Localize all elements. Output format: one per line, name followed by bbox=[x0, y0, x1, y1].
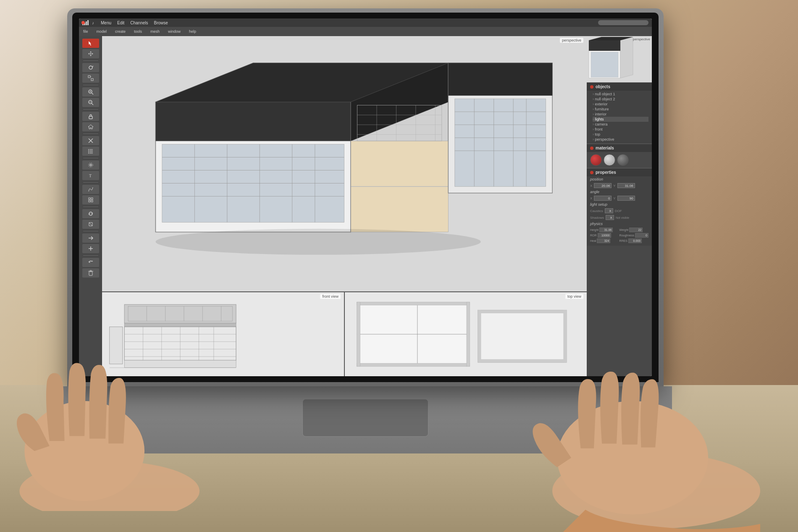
properties-section-header[interactable]: properties bbox=[587, 168, 652, 176]
ror-input[interactable] bbox=[598, 233, 611, 238]
shadows-input[interactable] bbox=[606, 215, 614, 220]
roughness-input[interactable] bbox=[635, 233, 648, 238]
tree-top[interactable]: top bbox=[593, 132, 648, 137]
tool-rotate2[interactable] bbox=[82, 220, 99, 229]
tool-divider-4 bbox=[83, 134, 98, 134]
tool-list[interactable] bbox=[82, 147, 99, 156]
tree-perspective[interactable]: perspective bbox=[593, 137, 648, 142]
caustics-input[interactable] bbox=[605, 208, 613, 213]
svg-rect-95 bbox=[110, 327, 123, 364]
search-bar[interactable] bbox=[598, 20, 648, 25]
svg-rect-2 bbox=[88, 76, 90, 78]
toolbar-mesh[interactable]: mesh bbox=[150, 29, 160, 34]
objects-title: objects bbox=[596, 84, 610, 89]
trackpad[interactable] bbox=[302, 399, 428, 437]
materials-swatches bbox=[587, 152, 652, 168]
tree-camera[interactable]: camera bbox=[593, 122, 648, 127]
svg-rect-28 bbox=[89, 200, 90, 202]
height-input[interactable] bbox=[599, 228, 613, 232]
tool-divider-3 bbox=[83, 109, 98, 110]
svg-rect-104 bbox=[467, 302, 470, 367]
tool-grid[interactable] bbox=[82, 195, 99, 204]
heal-label: Heal bbox=[590, 239, 596, 242]
svg-point-0 bbox=[90, 53, 91, 55]
speaker-icon: ♪ bbox=[92, 21, 94, 25]
laptop-base bbox=[59, 386, 672, 453]
svg-point-24 bbox=[89, 163, 93, 167]
properties-title: properties bbox=[596, 170, 616, 175]
tool-refresh[interactable] bbox=[82, 209, 99, 218]
roughness-label: Roughness bbox=[620, 234, 634, 237]
tool-undo[interactable] bbox=[82, 258, 99, 267]
menu-item-browse[interactable]: Browse bbox=[154, 21, 168, 25]
toolbar-help[interactable]: help bbox=[189, 29, 196, 34]
toolbar-create[interactable]: create bbox=[115, 29, 126, 34]
tool-gear[interactable] bbox=[82, 160, 99, 170]
physics-label: physics bbox=[587, 221, 652, 227]
tree-front[interactable]: front bbox=[593, 127, 648, 132]
svg-point-23 bbox=[90, 164, 92, 166]
tool-home[interactable] bbox=[82, 122, 99, 131]
toolbar-tools[interactable]: tools bbox=[134, 29, 142, 34]
menu-item-edit[interactable]: Edit bbox=[117, 21, 124, 25]
mini-viewport[interactable]: perspective bbox=[587, 36, 652, 82]
weight-group: Weight bbox=[620, 228, 648, 232]
svg-rect-108 bbox=[478, 310, 481, 362]
tree-null2[interactable]: null object 2 bbox=[593, 97, 648, 102]
menu-item-channels[interactable]: Channels bbox=[130, 21, 148, 25]
material-swatch-1[interactable] bbox=[590, 154, 602, 166]
svg-rect-94 bbox=[124, 360, 236, 368]
tree-interior[interactable]: interior bbox=[593, 112, 648, 117]
tool-add[interactable] bbox=[82, 244, 99, 253]
angle-x-label: X bbox=[590, 197, 592, 200]
toolbar-window[interactable]: window bbox=[168, 29, 181, 34]
weight-input[interactable] bbox=[629, 228, 643, 232]
svg-rect-64 bbox=[448, 63, 552, 95]
viewport-front[interactable]: front view bbox=[102, 292, 345, 376]
viewport-bottom: front view bbox=[102, 292, 587, 376]
tool-cut[interactable] bbox=[82, 136, 99, 145]
tree-furniture[interactable]: furniture bbox=[593, 107, 648, 112]
tool-lock[interactable] bbox=[82, 112, 99, 121]
tool-move[interactable] bbox=[82, 49, 99, 58]
toolbar-file[interactable]: file bbox=[83, 29, 88, 34]
tool-zoom-out[interactable] bbox=[82, 98, 99, 107]
objects-dot bbox=[590, 85, 593, 89]
heal-input[interactable] bbox=[597, 238, 610, 243]
viewport-top-view[interactable]: top view bbox=[345, 292, 587, 376]
tree-lights[interactable]: lights bbox=[593, 117, 648, 122]
rres-label: RRES bbox=[620, 239, 627, 242]
tool-select[interactable] bbox=[82, 39, 99, 48]
menu-item-menu[interactable]: Menu bbox=[101, 21, 111, 25]
tool-divider-8 bbox=[83, 231, 98, 231]
rres-input[interactable] bbox=[628, 238, 642, 243]
shadows-dof-fields: Shadows Not visible bbox=[587, 214, 652, 221]
tool-spline[interactable] bbox=[82, 185, 99, 194]
svg-rect-38 bbox=[155, 102, 351, 141]
position-fields: X Y bbox=[587, 182, 652, 189]
tool-arrow[interactable] bbox=[82, 233, 99, 243]
materials-section-header[interactable]: materials bbox=[587, 144, 652, 152]
objects-section-header[interactable]: objects bbox=[587, 82, 652, 91]
tool-scale[interactable] bbox=[82, 73, 99, 83]
angle-y-input[interactable] bbox=[617, 196, 635, 201]
tree-null1[interactable]: null object 1 bbox=[593, 92, 648, 97]
tool-delete[interactable] bbox=[82, 268, 99, 278]
svg-rect-34 bbox=[90, 270, 92, 271]
dof-label: DOF bbox=[615, 209, 622, 213]
pos-x-input[interactable] bbox=[594, 183, 612, 188]
tool-zoom-in[interactable] bbox=[82, 87, 99, 97]
tree-exterior[interactable]: exterior bbox=[593, 102, 648, 107]
pos-y-input[interactable] bbox=[617, 183, 635, 188]
material-swatch-2[interactable] bbox=[604, 154, 615, 166]
toolbar-model[interactable]: model bbox=[97, 29, 107, 34]
heal-group: Heal bbox=[590, 238, 619, 243]
viewport-perspective[interactable]: perspective bbox=[102, 36, 587, 292]
angle-x-input[interactable] bbox=[594, 196, 612, 201]
tool-rotate[interactable] bbox=[82, 63, 99, 72]
tool-text[interactable]: T bbox=[82, 171, 99, 180]
building-3d-view bbox=[123, 40, 578, 287]
left-tools-panel: T bbox=[79, 36, 102, 376]
material-swatch-3[interactable] bbox=[617, 154, 629, 166]
svg-rect-107 bbox=[478, 359, 567, 363]
